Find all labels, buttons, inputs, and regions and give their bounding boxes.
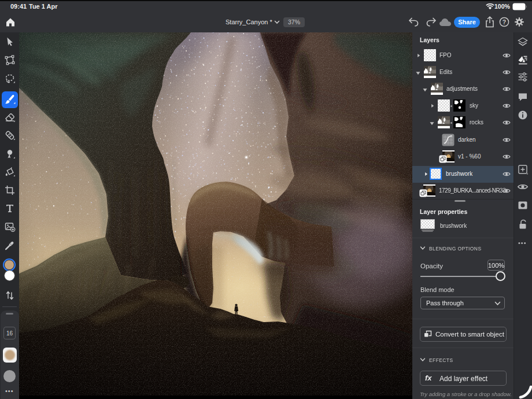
svg-text:?: ?	[503, 19, 506, 25]
